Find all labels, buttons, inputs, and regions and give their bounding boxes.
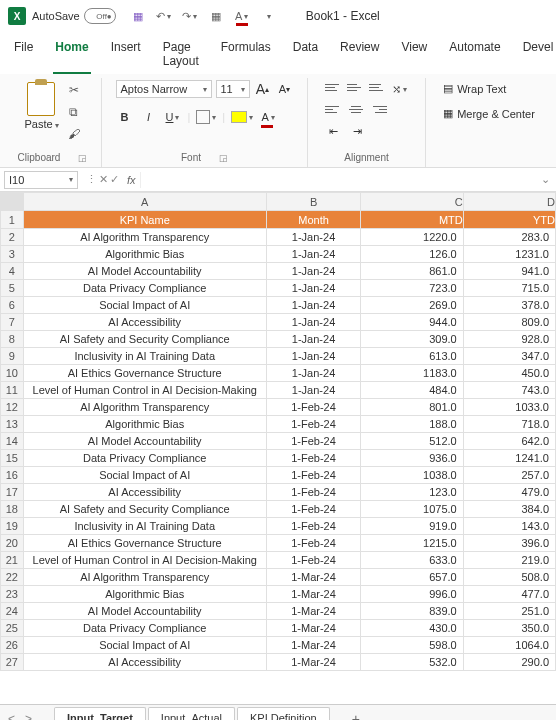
cell[interactable]: AI Accessibility (23, 314, 266, 331)
cell[interactable]: 1-Jan-24 (266, 314, 360, 331)
row-header-23[interactable]: 23 (1, 586, 24, 603)
cell[interactable]: 251.0 (463, 603, 555, 620)
header-cell[interactable]: MTD (361, 211, 464, 229)
col-header-B[interactable]: B (266, 193, 360, 211)
cell[interactable]: AI Ethics Governance Structure (23, 365, 266, 382)
menu-tab-insert[interactable]: Insert (109, 36, 143, 74)
row-header-5[interactable]: 5 (1, 280, 24, 297)
cell[interactable]: Inclusivity in AI Training Data (23, 348, 266, 365)
font-color-button[interactable]: A▾ (259, 108, 277, 126)
cell[interactable]: 613.0 (361, 348, 464, 365)
cell[interactable]: Algorithmic Bias (23, 586, 266, 603)
cell[interactable]: 350.0 (463, 620, 555, 637)
cell[interactable]: 1-Jan-24 (266, 348, 360, 365)
cell[interactable]: AI Algorithm Transparency (23, 569, 266, 586)
cell[interactable]: AI Ethics Governance Structure (23, 535, 266, 552)
cell[interactable]: 715.0 (463, 280, 555, 297)
cell[interactable]: 532.0 (361, 654, 464, 671)
row-header-12[interactable]: 12 (1, 399, 24, 416)
cell[interactable]: 1-Jan-24 (266, 382, 360, 399)
formula-expand-icon[interactable]: ⌄ (535, 173, 556, 186)
cell[interactable]: 309.0 (361, 331, 464, 348)
row-header-6[interactable]: 6 (1, 297, 24, 314)
col-header-A[interactable]: A (23, 193, 266, 211)
cell[interactable]: AI Accessibility (23, 654, 266, 671)
cell[interactable]: 512.0 (361, 433, 464, 450)
cell[interactable]: 718.0 (463, 416, 555, 433)
cell[interactable]: 1183.0 (361, 365, 464, 382)
cell[interactable]: 484.0 (361, 382, 464, 399)
cell[interactable]: 257.0 (463, 467, 555, 484)
menu-tab-devel[interactable]: Devel (521, 36, 556, 74)
cell[interactable]: 1-Feb-24 (266, 450, 360, 467)
clipboard-dialog-icon[interactable]: ◲ (78, 153, 87, 163)
cell[interactable]: 347.0 (463, 348, 555, 365)
cell[interactable]: 430.0 (361, 620, 464, 637)
cell[interactable]: 598.0 (361, 637, 464, 654)
cell[interactable]: 1-Jan-24 (266, 365, 360, 382)
grid-icon[interactable]: ▦ (208, 8, 224, 24)
header-cell[interactable]: YTD (463, 211, 555, 229)
cell[interactable]: 1-Mar-24 (266, 569, 360, 586)
cell[interactable]: 479.0 (463, 484, 555, 501)
row-header-1[interactable]: 1 (1, 211, 24, 229)
menu-tab-review[interactable]: Review (338, 36, 381, 74)
menu-tab-page-layout[interactable]: Page Layout (161, 36, 201, 74)
align-center-icon[interactable] (347, 102, 365, 116)
cell[interactable]: 1215.0 (361, 535, 464, 552)
font-size-combo[interactable]: 11▾ (216, 80, 250, 98)
row-header-24[interactable]: 24 (1, 603, 24, 620)
wrap-text-button[interactable]: ▤Wrap Text (443, 80, 506, 97)
cell[interactable]: Social Impact of AI (23, 297, 266, 314)
cell[interactable]: 1075.0 (361, 501, 464, 518)
cell[interactable]: 723.0 (361, 280, 464, 297)
cell[interactable]: 1-Jan-24 (266, 331, 360, 348)
cell[interactable]: 1231.0 (463, 246, 555, 263)
select-all-corner[interactable] (1, 193, 24, 211)
cell[interactable]: 1-Mar-24 (266, 620, 360, 637)
cell[interactable]: 283.0 (463, 229, 555, 246)
row-header-4[interactable]: 4 (1, 263, 24, 280)
menu-tab-data[interactable]: Data (291, 36, 320, 74)
undo-icon[interactable]: ↶▾ (156, 8, 172, 24)
cell[interactable]: 941.0 (463, 263, 555, 280)
cell[interactable]: 1-Mar-24 (266, 603, 360, 620)
cell[interactable]: Data Privacy Compliance (23, 280, 266, 297)
row-header-20[interactable]: 20 (1, 535, 24, 552)
italic-button[interactable]: I (140, 108, 158, 126)
align-right-icon[interactable] (369, 102, 387, 116)
header-cell[interactable]: KPI Name (23, 211, 266, 229)
cell[interactable]: 1-Jan-24 (266, 280, 360, 297)
cell[interactable]: 1064.0 (463, 637, 555, 654)
cell[interactable]: AI Model Accountability (23, 263, 266, 280)
cell[interactable]: 1-Feb-24 (266, 399, 360, 416)
row-header-17[interactable]: 17 (1, 484, 24, 501)
cell[interactable]: 188.0 (361, 416, 464, 433)
row-header-26[interactable]: 26 (1, 637, 24, 654)
merge-center-button[interactable]: ▦Merge & Center (443, 105, 535, 122)
cell[interactable]: 642.0 (463, 433, 555, 450)
row-header-27[interactable]: 27 (1, 654, 24, 671)
cell[interactable]: 1-Feb-24 (266, 433, 360, 450)
cell[interactable]: 396.0 (463, 535, 555, 552)
cell[interactable]: 1241.0 (463, 450, 555, 467)
row-header-2[interactable]: 2 (1, 229, 24, 246)
cell[interactable]: AI Accessibility (23, 484, 266, 501)
cell[interactable]: AI Model Accountability (23, 603, 266, 620)
cell[interactable]: 1-Jan-24 (266, 263, 360, 280)
header-cell[interactable]: Month (266, 211, 360, 229)
cell[interactable]: 1-Mar-24 (266, 654, 360, 671)
border-button[interactable]: ▾ (196, 108, 216, 126)
save-icon[interactable]: ▦ (130, 8, 146, 24)
row-header-7[interactable]: 7 (1, 314, 24, 331)
cell[interactable]: 477.0 (463, 586, 555, 603)
cell[interactable]: 269.0 (361, 297, 464, 314)
cell[interactable]: 1038.0 (361, 467, 464, 484)
decrease-font-icon[interactable]: A▾ (276, 80, 294, 98)
cell[interactable]: 1-Feb-24 (266, 484, 360, 501)
cell[interactable]: Data Privacy Compliance (23, 450, 266, 467)
cell[interactable]: 839.0 (361, 603, 464, 620)
cell[interactable]: 743.0 (463, 382, 555, 399)
row-header-8[interactable]: 8 (1, 331, 24, 348)
namebox-expand-icon[interactable]: ⋮ (86, 173, 97, 186)
